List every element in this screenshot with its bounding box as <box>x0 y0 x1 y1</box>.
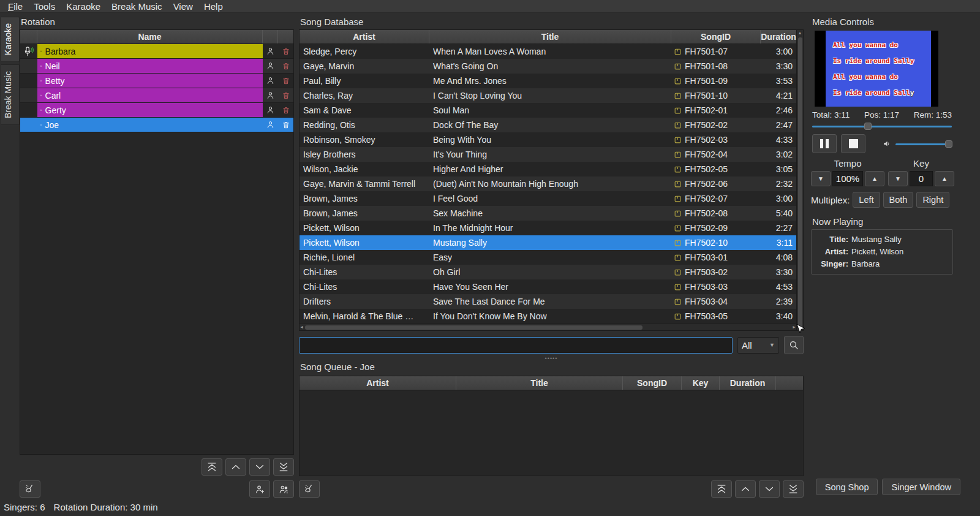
song-row[interactable]: Pickett, WilsonIn The Midnight HourFH750… <box>300 221 796 235</box>
songid-cell[interactable]: FH7501-09 <box>671 74 761 88</box>
duration-cell[interactable]: 3:00 <box>761 191 796 206</box>
title-cell[interactable]: Higher And Higher <box>429 162 671 176</box>
artist-cell[interactable]: Sledge, Percy <box>300 44 429 59</box>
clear-queue-button[interactable] <box>299 480 320 498</box>
volume-handle[interactable] <box>945 140 952 148</box>
duration-cell[interactable]: 3:40 <box>761 309 796 324</box>
title-cell[interactable]: In The Midnight Hour <box>429 221 671 235</box>
songid-cell[interactable]: FH7502-10 <box>671 235 761 250</box>
menu-item-help[interactable]: Help <box>198 1 228 12</box>
artist-cell[interactable]: Sam & Dave <box>300 103 429 118</box>
delete-singer-icon[interactable] <box>278 88 293 102</box>
seek-slider[interactable] <box>812 122 952 131</box>
song-row[interactable]: Brown, JamesI Feel GoodFH7502-073:00 <box>300 191 796 206</box>
singer-name-cell[interactable]: ◦Barbara <box>37 44 263 58</box>
tempo-down-button[interactable]: ▼ <box>811 171 831 186</box>
song-row[interactable]: Pickett, WilsonMustang SallyFH7502-103:1… <box>300 235 796 250</box>
artist-cell[interactable]: Chi-Lites <box>300 265 429 279</box>
duration-cell[interactable]: 2:27 <box>761 221 796 235</box>
menu-item-view[interactable]: View <box>168 1 198 12</box>
menu-item-file[interactable]: File <box>2 1 28 12</box>
songid-cell[interactable]: FH7502-01 <box>671 103 761 118</box>
rotation-row[interactable]: ◦Betty <box>20 74 293 88</box>
multiplex-right-button[interactable]: Right <box>916 192 949 208</box>
db-column-artist[interactable]: Artist <box>300 30 429 44</box>
singer-regular-icon[interactable] <box>263 74 278 88</box>
rotation-row[interactable]: ◦Joe <box>20 118 293 132</box>
songid-cell[interactable]: FH7502-09 <box>671 221 761 235</box>
song-row[interactable]: Brown, JamesSex MachineFH7502-085:40 <box>300 206 796 221</box>
search-button[interactable] <box>784 336 804 354</box>
artist-cell[interactable]: Isley Brothers <box>300 147 429 162</box>
queue-column-key[interactable]: Key <box>682 376 720 390</box>
artist-cell[interactable]: Robinson, Smokey <box>300 132 429 147</box>
title-cell[interactable]: Easy <box>429 250 671 265</box>
title-cell[interactable]: Me And Mrs. Jones <box>429 74 671 88</box>
rotation-row[interactable]: ◦Carl <box>20 88 293 103</box>
rotation-row[interactable]: ◦Barbara <box>20 44 293 59</box>
delete-singer-icon[interactable] <box>278 74 293 88</box>
singer-regular-icon[interactable] <box>263 88 278 102</box>
songid-cell[interactable]: FH7503-03 <box>671 279 761 294</box>
song-row[interactable]: Melvin, Harold & The Blue …If You Don't … <box>300 309 796 324</box>
artist-cell[interactable]: Wilson, Jackie <box>300 162 429 176</box>
db-column-songid[interactable]: SongID <box>671 30 761 44</box>
duration-cell[interactable]: 2:47 <box>761 118 796 132</box>
songid-cell[interactable]: FH7503-02 <box>671 265 761 279</box>
key-up-button[interactable]: ▲ <box>935 171 954 186</box>
song-row[interactable]: Paul, BillyMe And Mrs. JonesFH7501-093:5… <box>300 74 796 88</box>
search-input[interactable] <box>299 337 733 354</box>
song-row[interactable]: Sam & DaveSoul ManFH7502-012:46 <box>300 103 796 118</box>
title-cell[interactable]: Oh Girl <box>429 265 671 279</box>
duration-cell[interactable]: 2:39 <box>761 294 796 309</box>
singer-window-button[interactable]: Singer Window <box>882 479 960 495</box>
rotation-move-down-button[interactable] <box>249 458 270 476</box>
splitter-handle[interactable]: ••••• <box>299 355 804 362</box>
title-cell[interactable]: Being With You <box>429 132 671 147</box>
song-row[interactable]: Robinson, SmokeyBeing With YouFH7502-034… <box>300 132 796 147</box>
artist-cell[interactable]: Charles, Ray <box>300 88 429 103</box>
rotation-move-top-button[interactable] <box>202 458 222 476</box>
artist-cell[interactable]: Paul, Billy <box>300 74 429 88</box>
duration-cell[interactable]: 3:11 <box>761 235 796 250</box>
songid-cell[interactable]: FH7502-02 <box>671 118 761 132</box>
songid-cell[interactable]: FH7503-05 <box>671 309 761 324</box>
scroll-up-arrow-icon[interactable]: ▲ <box>798 30 802 36</box>
songid-cell[interactable]: FH7502-04 <box>671 147 761 162</box>
duration-cell[interactable]: 2:46 <box>761 103 796 118</box>
rotation-move-up-button[interactable] <box>225 458 246 476</box>
songid-cell[interactable]: FH7502-07 <box>671 191 761 206</box>
title-cell[interactable]: I Can't Stop Loving You <box>429 88 671 103</box>
vertical-scroll-thumb[interactable] <box>798 37 802 329</box>
songid-cell[interactable]: FH7501-07 <box>671 44 761 59</box>
song-row[interactable]: DriftersSave The Last Dance For MeFH7503… <box>300 294 796 309</box>
song-row[interactable]: Isley BrothersIt's Your ThingFH7502-043:… <box>300 147 796 162</box>
title-cell[interactable]: Soul Man <box>429 103 671 118</box>
title-cell[interactable]: Save The Last Dance For Me <box>429 294 671 309</box>
multiplex-left-button[interactable]: Left <box>853 192 880 208</box>
duration-cell[interactable]: 4:33 <box>761 132 796 147</box>
scroll-left-arrow-icon[interactable]: ◄ <box>300 324 304 330</box>
song-row[interactable]: Chi-LitesOh GirlFH7503-023:30 <box>300 265 796 279</box>
title-cell[interactable]: (Duet) Ain't No Mountain High Enough <box>429 176 671 191</box>
title-cell[interactable]: Have You Seen Her <box>429 279 671 294</box>
artist-cell[interactable]: Redding, Otis <box>300 118 429 132</box>
singer-name-cell[interactable]: ◦Neil <box>37 59 263 73</box>
artist-cell[interactable]: Gaye, Marvin <box>300 59 429 74</box>
artist-cell[interactable]: Brown, James <box>300 191 429 206</box>
queue-column-songid[interactable]: SongID <box>623 376 682 390</box>
artist-cell[interactable]: Pickett, Wilson <box>300 235 429 250</box>
duration-cell[interactable]: 4:21 <box>761 88 796 103</box>
add-singer-button[interactable] <box>249 480 270 498</box>
queue-move-down-button[interactable] <box>759 480 780 498</box>
delete-singer-icon[interactable] <box>278 118 293 132</box>
artist-cell[interactable]: Pickett, Wilson <box>300 221 429 235</box>
horizontal-scroll-thumb[interactable] <box>305 325 643 330</box>
song-row[interactable]: Charles, RayI Can't Stop Loving YouFH750… <box>300 88 796 103</box>
pause-button[interactable] <box>812 134 837 153</box>
artist-cell[interactable]: Richie, Lionel <box>300 250 429 265</box>
tempo-up-button[interactable]: ▲ <box>865 171 884 186</box>
horizontal-scrollbar[interactable]: ◄ ► <box>300 324 796 330</box>
song-row[interactable]: Sledge, PercyWhen A Man Loves A WomanFH7… <box>300 44 796 59</box>
delete-singer-icon[interactable] <box>278 103 293 117</box>
